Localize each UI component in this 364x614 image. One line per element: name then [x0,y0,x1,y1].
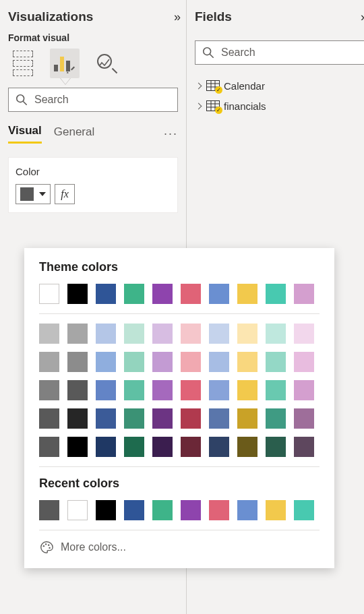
field-table-row[interactable]: Calendar [195,75,364,96]
color-swatch[interactable] [96,284,116,304]
color-swatch[interactable] [237,352,257,372]
table-icon [206,100,220,111]
color-swatch[interactable] [294,500,314,520]
color-swatch[interactable] [39,380,59,400]
color-swatch[interactable] [209,352,229,372]
color-swatch[interactable] [237,324,257,344]
color-swatch[interactable] [96,500,116,520]
color-swatch[interactable] [39,437,59,457]
more-colors-button[interactable]: More colors... [39,540,320,555]
color-swatch[interactable] [152,284,173,304]
color-swatch[interactable] [294,284,314,304]
analytics-tab[interactable] [92,49,121,78]
color-swatch[interactable] [152,500,173,520]
color-swatch[interactable] [124,352,144,372]
format-search-input[interactable] [33,93,171,106]
fields-search[interactable] [195,40,364,65]
color-swatch[interactable] [237,380,257,400]
color-swatch[interactable] [209,500,229,520]
color-swatch[interactable] [96,408,116,429]
color-swatch[interactable] [266,324,286,344]
color-swatch[interactable] [124,380,144,400]
color-swatch[interactable] [181,352,201,372]
color-picker-button[interactable] [16,184,51,204]
color-swatch[interactable] [181,284,201,304]
color-swatch[interactable] [266,500,286,520]
color-swatch[interactable] [124,500,144,520]
build-visual-tab[interactable] [8,49,38,78]
color-swatch[interactable] [96,437,116,457]
field-table-row[interactable]: financials [195,96,364,116]
color-swatch[interactable] [152,408,173,429]
color-swatch[interactable] [39,408,59,429]
color-swatch[interactable] [39,284,59,304]
divider [39,313,320,314]
color-swatch[interactable] [294,408,314,429]
more-options-icon[interactable]: ··· [164,127,178,141]
svg-point-2 [204,48,211,55]
color-swatch[interactable] [152,324,173,344]
color-swatch[interactable] [67,500,88,520]
format-visual-tab[interactable] [50,49,80,78]
color-swatch[interactable] [237,437,257,457]
color-swatch[interactable] [96,324,116,344]
color-swatch[interactable] [152,437,173,457]
color-swatch[interactable] [266,380,286,400]
recent-colors-heading: Recent colors [39,477,320,491]
color-swatch[interactable] [67,284,88,304]
color-swatch[interactable] [124,284,144,304]
color-swatch[interactable] [39,352,59,372]
theme-colors-row [39,284,320,304]
color-swatch[interactable] [181,408,201,429]
tab-general[interactable]: General [54,125,94,143]
color-swatch[interactable] [181,324,201,344]
color-swatch[interactable] [67,380,88,400]
color-swatch[interactable] [152,380,173,400]
color-swatch[interactable] [96,380,116,400]
current-color-swatch [20,187,34,201]
color-swatch[interactable] [181,500,201,520]
color-swatch[interactable] [124,437,144,457]
collapse-fields-icon[interactable]: » [361,10,364,24]
field-table-name: Calendar [224,80,265,92]
build-visual-icon [13,51,33,76]
color-swatch[interactable] [152,352,173,372]
fields-search-input[interactable] [220,46,357,59]
color-label: Color [16,166,171,177]
collapse-visualizations-icon[interactable]: » [174,10,178,24]
color-swatch[interactable] [266,284,286,304]
color-swatch[interactable] [209,284,229,304]
fx-button[interactable]: fx [55,184,75,204]
color-swatch[interactable] [181,380,201,400]
color-swatch[interactable] [67,352,88,372]
color-swatch[interactable] [237,500,257,520]
color-swatch[interactable] [124,408,144,429]
color-swatch[interactable] [294,380,314,400]
color-swatch[interactable] [39,324,59,344]
table-icon [206,80,220,91]
color-swatch[interactable] [266,352,286,372]
color-swatch[interactable] [39,500,59,520]
color-swatch[interactable] [294,352,314,372]
color-swatch[interactable] [67,408,88,429]
color-swatch[interactable] [294,324,314,344]
color-swatch[interactable] [181,437,201,457]
color-swatch[interactable] [237,284,257,304]
color-swatch[interactable] [209,437,229,457]
format-search[interactable] [8,88,178,112]
color-swatch[interactable] [237,408,257,429]
color-swatch[interactable] [266,437,286,457]
color-swatch[interactable] [209,408,229,429]
color-swatch[interactable] [124,324,144,344]
color-swatch[interactable] [294,437,314,457]
search-icon [202,47,214,59]
color-swatch[interactable] [209,380,229,400]
tab-visual[interactable]: Visual [8,124,42,144]
color-swatch[interactable] [209,324,229,344]
divider [39,466,320,467]
color-swatch[interactable] [266,408,286,429]
color-swatch[interactable] [96,352,116,372]
color-swatch[interactable] [67,437,88,457]
color-swatch[interactable] [67,324,88,344]
format-subtabs: Visual General ··· [8,124,178,144]
